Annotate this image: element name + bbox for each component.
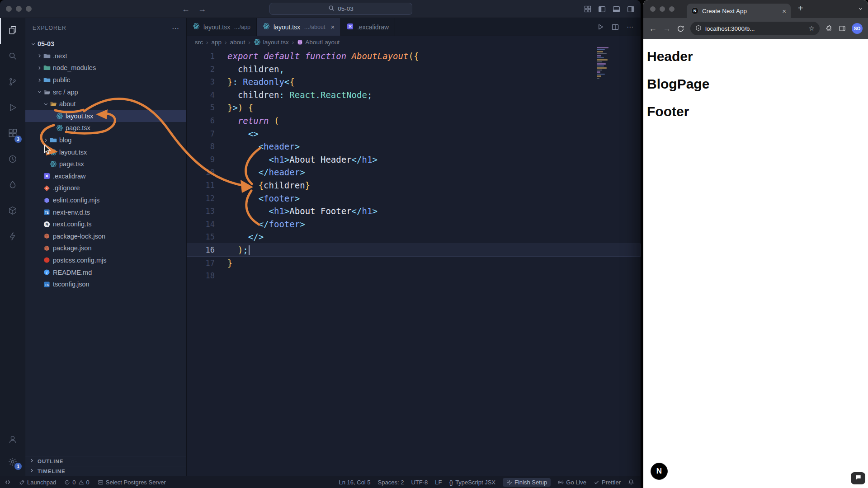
explorer-more-icon[interactable]: ⋯ [172,24,179,33]
browser-back-icon[interactable]: ← [649,24,657,33]
activity-run-debug[interactable] [0,95,25,121]
close-window-button[interactable] [6,6,12,12]
panel-left-icon[interactable] [598,5,606,13]
panel-right-icon[interactable] [627,5,635,13]
more-actions-icon[interactable]: ⋯ [627,23,633,31]
section-timeline[interactable]: TIMELINE [25,466,186,476]
activity-account[interactable] [0,429,25,451]
extensions-puzzle-icon[interactable] [826,25,833,32]
site-info-icon[interactable] [695,25,702,33]
activity-extensions[interactable]: 3 [0,121,25,147]
split-editor-icon[interactable] [612,23,619,31]
close-window-button[interactable] [650,6,656,12]
status-bar: Launchpad00Select Postgres Server Ln 16,… [0,476,641,488]
browser-tab[interactable]: N Create Next App × [687,4,791,18]
line-number: 4 [187,89,215,102]
minimize-window-button[interactable] [660,6,665,12]
address-bar[interactable]: localhost:3000/b... ☆ [690,22,820,35]
status-finish-setup[interactable]: Finish Setup [503,478,551,487]
tree-item-page-tsx[interactable]: page.tsx [25,158,186,170]
editor-tab-layout-tsx[interactable]: layout.tsx…/about× [257,18,341,36]
status-indentation[interactable]: Spaces: 2 [378,479,404,486]
new-tab-button[interactable]: + [798,3,803,14]
tree-item-package-json[interactable]: package.json [25,242,186,254]
status-cursor-position[interactable]: Ln 16, Col 5 [339,479,371,486]
run-icon[interactable] [597,23,604,30]
status-go-live[interactable]: Go Live [558,479,586,486]
tree-item-label: layout.tsx [59,149,87,156]
status-postgres[interactable]: Select Postgres Server [98,479,166,486]
editor-tab-layout-tsx[interactable]: layout.tsx…/app [187,18,257,36]
status-remote[interactable] [5,479,11,485]
breadcrumb-label: layout.tsx [263,39,289,46]
status-notifications[interactable] [628,479,634,485]
command-center-search[interactable]: 05-03 [269,3,412,15]
status-encoding[interactable]: UTF-8 [411,479,428,486]
tree-item-next-env-d-ts[interactable]: TSnext-env.d.ts [25,206,186,218]
profile-avatar[interactable]: SO [852,23,863,34]
tree-item-node-modules[interactable]: node_modules [25,62,186,74]
panel-bottom-icon[interactable] [613,5,620,13]
activity-explorer[interactable] [0,18,25,44]
browser-forward-icon[interactable]: → [663,24,671,33]
zoom-window-button[interactable] [669,6,675,12]
ts-blue-icon: TS [43,209,52,216]
chat-widget[interactable] [851,472,865,484]
line-number: 15 [187,230,215,244]
zoom-window-button[interactable] [26,6,32,12]
history-forward-icon[interactable]: → [198,5,206,14]
section-outline[interactable]: OUTLINE [25,456,186,466]
activity-clock[interactable] [0,147,25,173]
side-panel-icon[interactable] [839,25,846,32]
tree-item-gitignore[interactable]: .gitignore [25,182,186,194]
minimap-line [597,75,601,77]
tab-close-icon[interactable]: × [330,23,335,31]
tree-item-layout-tsx[interactable]: layout.tsx [25,110,186,122]
minimize-window-button[interactable] [16,6,22,12]
tree-item-blog[interactable]: blog [25,134,186,146]
tree-item-postcss-config-mjs[interactable]: postcss.config.mjs [25,254,186,267]
tree-item-layout-tsx[interactable]: layout.tsx [25,146,186,158]
status-prettier[interactable]: Prettier [594,479,621,486]
tree-item-tsconfig-json[interactable]: TStsconfig.json [25,278,186,291]
breadcrumb-item-src[interactable]: src [195,39,203,46]
breadcrumb-item-app[interactable]: app [212,39,222,46]
breadcrumb-item-aboutlayout[interactable]: AboutLayout [297,39,340,46]
tree-item-excalidraw[interactable]: .excalidraw [25,170,186,183]
tree-item-next-config-ts[interactable]: Nnext.config.ts [25,218,186,230]
breadcrumb-item-layout-tsx[interactable]: layout.tsx [254,38,289,46]
tree-item-page-tsx[interactable]: page.tsx [25,122,186,134]
activity-lightning[interactable] [0,224,25,250]
activity-settings[interactable]: 1 [0,451,25,474]
tree-item-package-lock-json[interactable]: package-lock.json [25,230,186,243]
editor-tab-excalidraw[interactable]: .excalidraw [341,18,395,36]
reload-icon[interactable] [677,25,684,33]
bookmark-star-icon[interactable]: ☆ [809,24,815,33]
status-language-mode[interactable]: {}TypeScript JSX [449,479,495,486]
warning-count: 0 [86,479,90,486]
folder-open-icon [50,100,59,108]
tree-item-src-app[interactable]: src / app [25,86,186,98]
status-launchpad[interactable]: Launchpad [19,479,56,486]
tab-search-chevron-icon[interactable] [858,6,863,12]
status-eol[interactable]: LF [435,479,442,486]
tree-item-05-03[interactable]: 05-03 [25,38,186,50]
tree-item-about[interactable]: about [25,98,186,110]
activity-source-control[interactable] [0,70,25,95]
nextjs-dev-badge[interactable]: N [651,463,668,480]
activity-cube[interactable] [0,198,25,224]
tree-item-readme-md[interactable]: iREADME.md [25,266,186,278]
activity-droplet[interactable] [0,173,25,198]
code-editor[interactable]: 1export default function AboutLayout({2 … [187,48,641,476]
react-icon [263,23,270,31]
tree-item-public[interactable]: public [25,74,186,86]
layout-grid-icon[interactable] [584,5,591,13]
status-problems[interactable]: 00 [64,479,89,486]
activity-search[interactable] [0,44,25,70]
tree-item-next[interactable]: .next [25,50,186,62]
minimap[interactable] [597,47,618,79]
history-back-icon[interactable]: ← [182,5,190,14]
breadcrumb-item-about[interactable]: about [230,39,245,46]
tree-item-eslint-config-mjs[interactable]: eslint.config.mjs [25,194,186,206]
tab-close-icon[interactable]: × [782,7,786,15]
